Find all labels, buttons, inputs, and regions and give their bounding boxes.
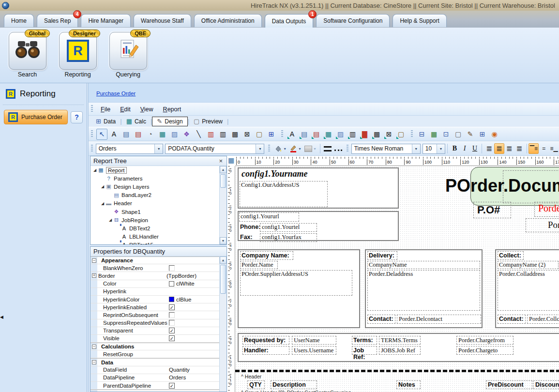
dbmemo-icon[interactable]: ▤ — [299, 129, 310, 140]
phone-label[interactable]: Phone: — [240, 224, 260, 230]
property-row-visible[interactable]: Visible✓ — [91, 335, 219, 343]
menu-report[interactable]: Report — [158, 106, 186, 113]
field-yourname[interactable]: config1.Yourname — [242, 169, 308, 179]
field-collect-contact[interactable]: Porder.Collc — [529, 316, 559, 323]
property-row-resetgroup[interactable]: ResetGroup — [91, 350, 219, 358]
property-row-transparent[interactable]: Transparent✓ — [91, 327, 219, 335]
dbchart-icon[interactable]: ▇ — [359, 129, 370, 140]
tab-preview[interactable]: ▢Preview — [189, 117, 227, 126]
shape-icon[interactable]: ❖ — [181, 129, 192, 140]
header-band-separator[interactable] — [235, 370, 559, 372]
systemvariable-icon[interactable]: ◔ — [145, 129, 156, 140]
tab-office-administration[interactable]: Office Administration — [194, 14, 262, 27]
field-yourfax[interactable]: config1.Yourfax — [260, 233, 317, 242]
tree-item-design-layers[interactable]: ◢▣Design Layers — [91, 182, 219, 191]
toolbar-grip[interactable] — [91, 105, 93, 113]
property-category-appearance[interactable]: −Appearance — [91, 256, 219, 264]
column-header-notes[interactable]: Notes — [396, 380, 421, 389]
property-value[interactable]: ✓ — [169, 335, 175, 341]
toolbar-grip[interactable] — [281, 130, 283, 138]
chart-icon[interactable]: ▥ — [205, 129, 216, 140]
chevron-down-icon[interactable]: ▼ — [256, 144, 264, 153]
field-collect-address[interactable]: Porder.Colladdress — [499, 271, 545, 278]
scrollbar-thumb[interactable] — [220, 265, 226, 294]
field-supplier-name[interactable]: Porder.Name — [242, 261, 273, 269]
checked-checkbox-icon[interactable]: ✓ — [169, 304, 175, 310]
barcode-icon[interactable]: ▥ — [217, 129, 228, 140]
expand-icon[interactable]: + — [92, 273, 96, 278]
tab-calc[interactable]: ▦Calc — [122, 117, 151, 126]
column-header-qty[interactable]: QTY — [247, 380, 265, 389]
field-users-username[interactable]: Users.Username — [294, 347, 333, 354]
region-icon[interactable]: ⊟ — [416, 129, 427, 140]
unchecked-checkbox-icon[interactable] — [169, 320, 175, 326]
data-field-select[interactable]: PODATA.Quantity ▼ — [165, 144, 264, 154]
field-jobs-job-ref[interactable]: JOBS.Job Ref — [381, 347, 415, 354]
expanded-icon[interactable]: ◢ — [100, 201, 105, 206]
dbnavigator-icon[interactable]: ▢ — [395, 129, 407, 140]
property-row-parentdatapipeline[interactable]: ParentDataPipeline✓ — [91, 382, 219, 390]
menu-edit[interactable]: Edit — [115, 106, 136, 113]
checked-checkbox-icon[interactable]: ✓ — [169, 335, 175, 341]
dbbarcode-icon[interactable]: ▥ — [347, 129, 358, 140]
tree-item-jobregion[interactable]: ◢⊟JobRegion — [91, 216, 219, 224]
property-category-identity[interactable]: −Identity — [91, 390, 219, 392]
column-header-discount[interactable]: Discount — [533, 380, 559, 389]
handler-label[interactable]: Handler: — [244, 347, 269, 354]
checked-checkbox-icon[interactable]: ✓ — [169, 383, 175, 389]
property-value[interactable]: clWhite — [169, 281, 195, 286]
tab-sales-rep[interactable]: Sales Rep4 — [37, 14, 78, 27]
tree-item-header[interactable]: ◢▬Header — [91, 199, 219, 208]
line-thickness-button[interactable] — [322, 143, 333, 154]
collapse-icon[interactable]: − — [92, 258, 96, 263]
chevron-down-icon[interactable]: ▼ — [154, 144, 163, 153]
property-value[interactable]: Quantity — [169, 367, 190, 373]
property-category-calculations[interactable]: −Calculations — [91, 343, 219, 350]
phone-fax-shape[interactable]: config1.Yoururl Phone: config1.Yourtel F… — [238, 211, 399, 241]
expanded-icon[interactable]: ◢ — [100, 184, 105, 189]
field-terms[interactable]: TERMS.Terms — [381, 337, 418, 344]
supplier-shape[interactable]: Company Name: Porder.Name POrder.Supplie… — [238, 249, 360, 328]
dbimage-icon[interactable]: ▨ — [335, 129, 346, 140]
dbgrid-icon[interactable]: ▦ — [428, 129, 439, 140]
property-value[interactable]: (TppBorder) — [166, 273, 196, 279]
property-row-reprintonsubsequent[interactable]: ReprintOnSubsequent — [91, 311, 219, 319]
property-row-hyperlinkenabled[interactable]: HyperlinkEnabled✓ — [91, 303, 219, 311]
field-delivery-address[interactable]: Porder.Deladdress — [369, 271, 413, 278]
toolbar-grip[interactable] — [91, 145, 93, 152]
toolbar-grip[interactable] — [268, 145, 270, 152]
field-chargefrom[interactable]: Porder.Chargefrom — [458, 337, 505, 344]
font-size-select[interactable]: 10 ▼ — [423, 144, 445, 154]
property-row-blankwhenzero[interactable]: BlankWhenZero — [91, 264, 219, 272]
field-document-name[interactable]: POrder.Docum — [445, 176, 559, 196]
valign-middle-button[interactable]: = — [539, 143, 549, 154]
tab-hire-manager[interactable]: Hire Manager — [81, 14, 131, 27]
property-row-border[interactable]: +Border(TppBorder) — [91, 272, 219, 280]
font-name-select[interactable]: Times New Roman ▼ — [351, 144, 421, 154]
property-row-datapipeline[interactable]: DataPipelineOrders — [91, 374, 219, 382]
collect-label[interactable]: Collect: — [499, 252, 521, 259]
toolbar-grip[interactable] — [411, 130, 413, 138]
tree-scrollbar[interactable]: ▲ ▼ — [219, 166, 227, 244]
calc-icon[interactable]: ▦ — [157, 129, 168, 140]
tree-item-report[interactable]: ◢▦Report — [91, 166, 219, 174]
data-pipeline-select[interactable]: Orders ▼ — [96, 144, 163, 154]
subreport-icon[interactable]: ⊡ — [440, 129, 452, 140]
tree-item-lblhandler[interactable]: ALBLHandler — [91, 233, 219, 241]
tab-help-support[interactable]: Help & Support — [393, 14, 446, 27]
field-delivery-company[interactable]: CompanyName — [369, 261, 407, 269]
tab-design[interactable]: ✎Design — [152, 117, 187, 126]
tree-item-shape1[interactable]: ❖Shape1 — [91, 208, 219, 216]
menu-view[interactable]: View — [136, 106, 158, 113]
barcode2d-icon[interactable]: ▩ — [229, 129, 241, 140]
collapse-icon[interactable]: − — [92, 345, 96, 349]
align-center-button[interactable]: ≣ — [494, 143, 504, 154]
property-row-datafield[interactable]: DataFieldQuantity — [91, 366, 219, 374]
property-category-data[interactable]: −Data — [91, 358, 219, 366]
dbcalc-icon[interactable]: ▦ — [323, 129, 334, 140]
scrollbar-thumb[interactable] — [220, 174, 226, 188]
dbtext-icon[interactable]: A — [287, 129, 298, 140]
dbrichtext-icon[interactable]: ▤ — [311, 129, 322, 140]
dbcheckbox-icon[interactable]: ⊠ — [383, 129, 394, 140]
line-icon[interactable]: ╲ — [193, 129, 204, 140]
